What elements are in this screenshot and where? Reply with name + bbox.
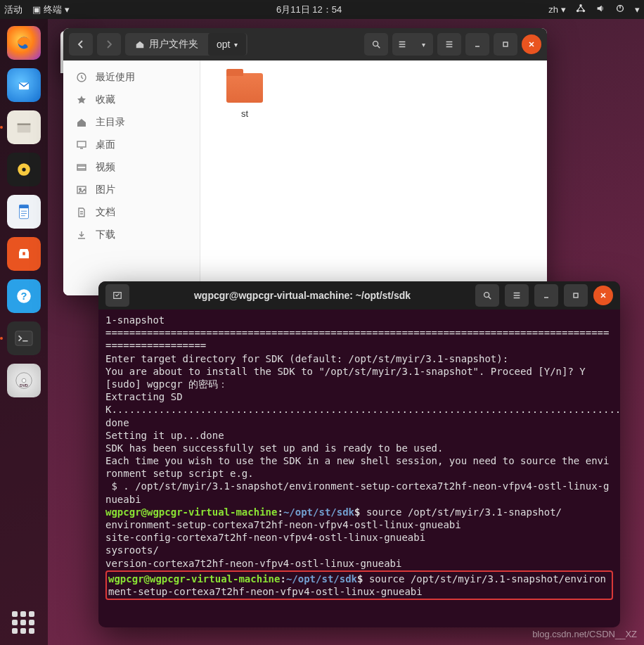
dock-rhythmbox[interactable] (7, 153, 41, 186)
desktop-icon (76, 139, 87, 151)
term-line: Extracting SDK..........................… (105, 391, 620, 428)
highlighted-command: wgpcgr@wgpcgr-virtual-machine:~/opt/st/s… (105, 570, 613, 600)
dock-software[interactable] (7, 237, 41, 271)
sidebar-item-pictures[interactable]: 图片 (63, 179, 200, 201)
clock-icon (76, 72, 87, 83)
term-line: Each time you wish to use the SDK in a n… (105, 455, 609, 479)
svg-point-16 (22, 378, 26, 383)
svg-rect-11 (20, 205, 29, 208)
clock[interactable]: 6月11日 12：54 (70, 4, 548, 16)
show-applications-button[interactable] (0, 611, 48, 635)
sidebar-label: 桌面 (96, 139, 115, 151)
svg-rect-14 (15, 331, 32, 345)
file-manager-window: 用户文件夹 opt ▾ ▾ 最近使用 收藏 主目录 桌面 视频 图片 文档 下载 (63, 28, 547, 295)
svg-point-26 (484, 293, 489, 298)
activities-button[interactable]: 活动 (4, 4, 22, 16)
watermark: blog.csdn.net/CSDN__XZ (532, 629, 637, 639)
back-button[interactable] (69, 33, 93, 56)
term-line: Enter target directory for SDK (default:… (105, 353, 508, 364)
svg-rect-22 (77, 165, 86, 170)
sidebar-item-starred[interactable]: 收藏 (63, 89, 200, 111)
sidebar-item-videos[interactable]: 视频 (63, 156, 200, 179)
search-button[interactable] (364, 33, 388, 56)
dock: ? DVD (0, 19, 48, 645)
list-view-button[interactable] (392, 33, 412, 56)
dock-files[interactable] (7, 110, 41, 144)
volume-icon[interactable] (595, 4, 605, 15)
terminal-body[interactable]: 1-snapshot =============================… (98, 309, 620, 627)
svg-point-24 (79, 189, 82, 191)
term-line: Setting it up...done (105, 430, 224, 441)
chevron-down-icon: ▾ (422, 41, 425, 49)
svg-rect-7 (18, 125, 31, 132)
term-line: SDK has been successfully set up and is … (105, 442, 443, 454)
home-icon (76, 117, 87, 128)
svg-point-9 (22, 167, 25, 171)
apps-grid-icon (12, 611, 36, 635)
prompt-user: wgpcgr@wgpcgr-virtual-machine (105, 506, 277, 518)
video-icon (76, 162, 87, 173)
prompt-path: ~/opt/st/sdk (286, 573, 357, 585)
network-icon[interactable] (576, 4, 586, 15)
sidebar-label: 收藏 (96, 94, 115, 106)
sidebar-item-documents[interactable]: 文档 (63, 201, 200, 224)
terminal-header: wgpcgr@wgpcgr-virtual-machine: ~/opt/st/… (98, 281, 620, 309)
file-manager-content[interactable]: st (200, 60, 547, 295)
dock-thunderbird[interactable] (7, 68, 41, 102)
terminal-menu-button[interactable] (505, 284, 529, 307)
prompt-path: ~/opt/st/sdk (283, 506, 354, 518)
forward-button[interactable] (97, 33, 121, 56)
sidebar-label: 最近使用 (96, 71, 135, 84)
image-icon (76, 184, 87, 196)
power-icon[interactable] (615, 4, 625, 15)
terminal-search-button[interactable] (475, 284, 499, 307)
terminal-minimize-button[interactable] (534, 284, 558, 307)
chevron-down-icon: ▾ (561, 4, 566, 15)
hamburger-menu-button[interactable] (437, 33, 461, 56)
sidebar-label: 主目录 (96, 116, 125, 129)
dock-help[interactable]: ? (7, 279, 41, 313)
dock-terminal[interactable] (7, 321, 41, 355)
terminal-close-button[interactable] (593, 286, 613, 305)
document-icon (76, 207, 87, 218)
input-method[interactable]: zh ▾ (548, 4, 566, 15)
sidebar-label: 视频 (96, 161, 115, 174)
term-cmd: source /opt/st/myir/3.1-snapshot/ (366, 506, 562, 518)
sidebar-item-desktop[interactable]: 桌面 (63, 134, 200, 156)
new-tab-button[interactable] (105, 284, 129, 307)
term-line: version-cortexa7t2hf-neon-vfpv4-ostl-lin… (105, 558, 401, 569)
chevron-down-icon: ▾ (65, 4, 70, 15)
prompt-user: wgpcgr@wgpcgr-virtual-machine (108, 573, 280, 585)
terminal-maximize-button[interactable] (564, 284, 588, 307)
breadcrumb-root-label: 用户文件夹 (149, 38, 198, 51)
sidebar-item-recent[interactable]: 最近使用 (63, 66, 200, 89)
svg-text:DVD: DVD (20, 383, 28, 388)
terminal-title: wgpcgr@wgpcgr-virtual-machine: ~/opt/st/… (135, 290, 470, 301)
maximize-button[interactable] (494, 33, 517, 56)
sidebar-item-downloads[interactable]: 下载 (63, 224, 200, 246)
minimize-button[interactable] (465, 33, 489, 56)
dock-dvd[interactable]: DVD (7, 364, 41, 397)
svg-rect-21 (77, 141, 86, 147)
term-line: ========================================… (105, 327, 609, 351)
term-line: environment-setup-cortexa7t2hf-neon-vfpv… (105, 519, 461, 530)
home-icon (135, 39, 145, 49)
svg-rect-6 (18, 123, 31, 125)
current-app-label: 终端 (44, 4, 62, 16)
star-icon (76, 94, 87, 106)
download-icon (76, 229, 87, 241)
dock-firefox[interactable] (7, 26, 41, 60)
breadcrumb-segment[interactable]: opt ▾ (208, 33, 246, 56)
breadcrumb: 用户文件夹 opt ▾ (125, 33, 247, 56)
folder-item[interactable]: st (213, 73, 276, 119)
sidebar-item-home[interactable]: 主目录 (63, 111, 200, 134)
close-button[interactable] (522, 34, 541, 54)
current-app-menu[interactable]: ▣ 终端 ▾ (32, 4, 70, 16)
term-line: $ . /opt/st/myir/3.1-snapshot/environmen… (105, 480, 609, 504)
view-options-button[interactable]: ▾ (413, 33, 433, 56)
top-bar: 活动 ▣ 终端 ▾ 6月11日 12：54 zh ▾ ▾ (0, 0, 644, 19)
sidebar-label: 图片 (96, 184, 115, 196)
dock-writer[interactable] (7, 195, 41, 229)
breadcrumb-home[interactable]: 用户文件夹 (127, 33, 207, 56)
sidebar-label: 下载 (96, 229, 115, 241)
